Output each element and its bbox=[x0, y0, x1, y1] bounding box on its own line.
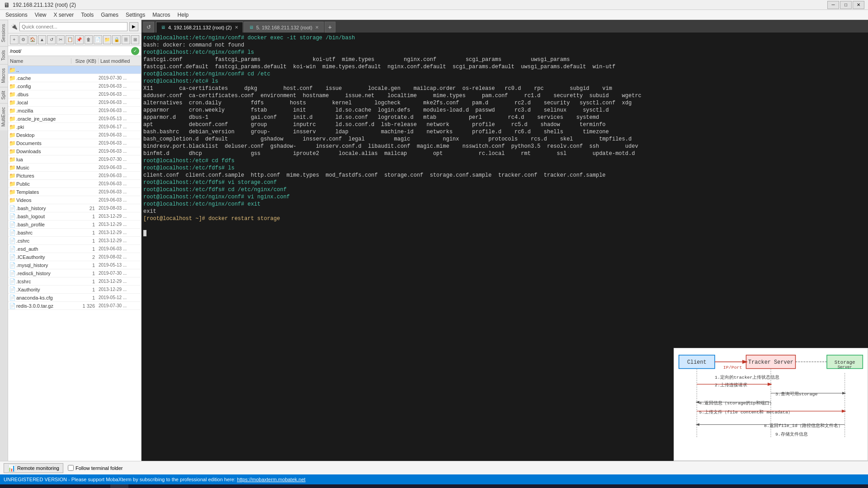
tree-item[interactable]: 📄.bashrc12013-12-29 ... bbox=[8, 229, 141, 237]
tree-item[interactable]: 📄.rediscli_history12019-07-30 ... bbox=[8, 269, 141, 277]
tree-item[interactable]: 📁Downloads2019-06-03 ... bbox=[8, 147, 141, 155]
tree-item[interactable]: 📄.ICEauthority22019-08-02 ... bbox=[8, 253, 141, 261]
tab-close-button[interactable]: ✕ bbox=[235, 25, 238, 30]
taskbar-app-edge[interactable]: 🌐 bbox=[56, 484, 74, 488]
taskbar-app-chrome[interactable]: ⚙ bbox=[74, 484, 92, 488]
tree-item[interactable]: 📄.tcshrc12013-12-29 ... bbox=[8, 277, 141, 286]
tree-item[interactable]: 📁lua2019-07-30 ... bbox=[8, 155, 141, 164]
stb-paste[interactable]: 📌 bbox=[75, 35, 84, 44]
taskbar-app-media[interactable]: 🎵 bbox=[183, 484, 201, 488]
terminal-line: apparmor cron.weekly fstab init ld.so.ca… bbox=[143, 107, 866, 114]
tree-item[interactable]: 📁Public2019-06-03 ... bbox=[8, 180, 141, 188]
new-tab-button[interactable]: + bbox=[325, 22, 335, 33]
menu-item-games[interactable]: Games bbox=[97, 11, 122, 19]
tree-item[interactable]: 📁Music2019-06-03 ... bbox=[8, 164, 141, 172]
stb-view-list[interactable]: ☰ bbox=[122, 35, 130, 44]
file-date: 2019-06-17 ... bbox=[97, 124, 141, 129]
stb-settings[interactable]: ⚙ bbox=[19, 35, 28, 44]
terminal-content[interactable]: root@localhost:/etc/nginx/conf# docker e… bbox=[142, 33, 868, 461]
file-date: 2019-06-03 ... bbox=[97, 189, 141, 194]
stb-refresh[interactable]: ↺ bbox=[47, 35, 56, 44]
taskbar-app-vm[interactable]: 💻 bbox=[128, 484, 146, 488]
quick-connect-go-button[interactable]: ▶ bbox=[129, 22, 138, 31]
close-button[interactable]: ✕ bbox=[853, 1, 864, 9]
file-name: Templates bbox=[16, 189, 71, 195]
tab-bar: ↺🖥 4. 192.168.211.132 (root) (2) ✕🖥 5. 1… bbox=[142, 20, 868, 33]
tree-item[interactable]: 📁Pictures2019-06-03 ... bbox=[8, 172, 141, 180]
file-name: Pictures bbox=[16, 173, 71, 178]
tree-item[interactable]: 📁Videos2019-06-03 ... bbox=[8, 196, 141, 204]
tree-item[interactable]: 📁Documents2019-06-03 ... bbox=[8, 139, 141, 147]
side-tab-sessions[interactable]: Sessions bbox=[0, 20, 8, 46]
stb-view-icons[interactable]: ⊞ bbox=[131, 35, 140, 44]
tree-item[interactable]: 📁.local2019-06-03 ... bbox=[8, 99, 141, 107]
tab-close-button[interactable]: ✕ bbox=[315, 25, 319, 30]
tab-refresh-button[interactable]: ↺ bbox=[143, 22, 154, 33]
tree-item[interactable]: 📄anaconda-ks.cfg12019-05-12 ... bbox=[8, 294, 141, 302]
tree-item[interactable]: 📄.esd_auth12019-06-03 ... bbox=[8, 245, 141, 253]
tree-item[interactable]: 📄.Xauthority12013-12-29 ... bbox=[8, 286, 141, 294]
folder-icon: 📁 bbox=[8, 196, 16, 204]
menu-item-settings[interactable]: Settings bbox=[122, 11, 149, 19]
taskbar-app-windows[interactable]: 🔍 bbox=[20, 484, 38, 488]
tree-item[interactable]: 📁Desktop2019-06-03 ... bbox=[8, 131, 141, 139]
file-date: 2019-06-03 ... bbox=[97, 246, 141, 251]
stb-newfolder[interactable]: 📁 bbox=[103, 35, 112, 44]
stb-newfile[interactable]: 📄 bbox=[94, 35, 102, 44]
path-confirm-button[interactable]: ✓ bbox=[131, 47, 139, 55]
tree-item[interactable]: 📄.bash_profile12013-12-29 ... bbox=[8, 221, 141, 229]
menu-item-x server[interactable]: X server bbox=[50, 11, 78, 19]
tree-item[interactable]: 📄.mysql_history12019-05-13 ... bbox=[8, 261, 141, 269]
svg-text:9.存储文件信息: 9.存储文件信息 bbox=[775, 432, 808, 437]
tree-item[interactable]: 📁.dbus2019-06-03 ... bbox=[8, 90, 141, 99]
tree-item[interactable]: 📁.. bbox=[8, 66, 141, 74]
menu-item-sessions[interactable]: Sessions bbox=[2, 11, 31, 19]
taskbar-app-browser2[interactable]: 🦊 bbox=[146, 484, 165, 488]
tree-item[interactable]: 📄.bash_logout12013-12-29 ... bbox=[8, 212, 141, 221]
tree-item[interactable]: 📄.bash_history212019-08-03 ... bbox=[8, 204, 141, 212]
stb-delete[interactable]: 🗑 bbox=[85, 35, 93, 44]
tree-item[interactable]: 📄redis-3.0.0.tar.gz1 3262019-07-30 ... bbox=[8, 302, 141, 310]
file-name: .tcshrc bbox=[16, 279, 71, 284]
side-tab-split[interactable]: Split bbox=[0, 87, 8, 103]
stb-new-session[interactable]: + bbox=[10, 35, 19, 44]
taskbar-app-explorer[interactable]: 📁 bbox=[92, 484, 110, 488]
menu-item-help[interactable]: Help bbox=[174, 11, 193, 19]
side-tab-macros[interactable]: Macros bbox=[0, 64, 8, 87]
tree-item[interactable]: 📁.config2019-06-03 ... bbox=[8, 82, 141, 90]
taskbar-app-extra[interactable]: 📝 bbox=[165, 484, 183, 488]
side-tab-tools[interactable]: Tools bbox=[0, 46, 8, 64]
stb-cut[interactable]: ✂ bbox=[57, 35, 65, 44]
remote-monitoring-button[interactable]: 📊 Remote monitoring bbox=[4, 463, 63, 473]
side-tab-multiexec[interactable]: MultiExec bbox=[0, 103, 8, 130]
tree-item[interactable]: 📁.mozilla2019-06-03 ... bbox=[8, 107, 141, 115]
follow-terminal-checkbox[interactable] bbox=[68, 465, 74, 471]
tab-4[interactable]: 🖥 4. 192.168.211.132 (root) (2) ✕ bbox=[156, 22, 243, 33]
minimize-button[interactable]: ─ bbox=[827, 1, 839, 9]
tab-5[interactable]: 🖥 5. 192.168.211.132 (root) ✕ bbox=[244, 22, 324, 33]
terminal-line: fastcgi.conf fastcgi_params koi-utf mime… bbox=[143, 56, 866, 63]
tree-item[interactable]: 📁.oracle_jre_usage2019-05-13 ... bbox=[8, 115, 141, 123]
maximize-button[interactable]: □ bbox=[840, 1, 852, 9]
tree-item[interactable]: 📁.cache2019-07-30 ... bbox=[8, 74, 141, 82]
tree-item[interactable]: 📄.cshrc12013-12-29 ... bbox=[8, 237, 141, 245]
mobaxterm-link[interactable]: https://mobaxterm.mobatek.net bbox=[237, 477, 306, 482]
stb-copy[interactable]: 📋 bbox=[66, 35, 74, 44]
taskbar-app-task-view[interactable]: ⬛ bbox=[38, 484, 56, 488]
stb-permission[interactable]: 🔒 bbox=[112, 35, 121, 44]
svg-text:4.返回信息（storage的ip和端口）: 4.返回信息（storage的ip和端口） bbox=[699, 400, 774, 406]
stb-up[interactable]: ▲ bbox=[38, 35, 47, 44]
menu-item-tools[interactable]: Tools bbox=[77, 11, 97, 19]
start-button[interactable]: ⊞ bbox=[2, 484, 20, 488]
tree-item[interactable]: 📁Templates2019-06-03 ... bbox=[8, 188, 141, 196]
menu-item-macros[interactable]: Macros bbox=[149, 11, 174, 19]
follow-terminal-label[interactable]: Follow terminal folder bbox=[68, 465, 123, 471]
path-input[interactable] bbox=[10, 48, 131, 54]
taskbar-app-mobaxterm[interactable]: 🖥 bbox=[110, 484, 128, 488]
tree-item[interactable]: 📁.pki2019-06-17 ... bbox=[8, 123, 141, 131]
stb-home[interactable]: 🏠 bbox=[28, 35, 37, 44]
quick-connect-input[interactable] bbox=[19, 22, 127, 31]
taskbar: ⊞ 🔍 ⬛ 🌐 ⚙ 📁 🖥 💻 🦊 📝 🎵 https://blog.csdn.… bbox=[0, 484, 868, 488]
folder-icon: 📁 bbox=[8, 155, 16, 164]
menu-item-view[interactable]: View bbox=[31, 11, 50, 19]
